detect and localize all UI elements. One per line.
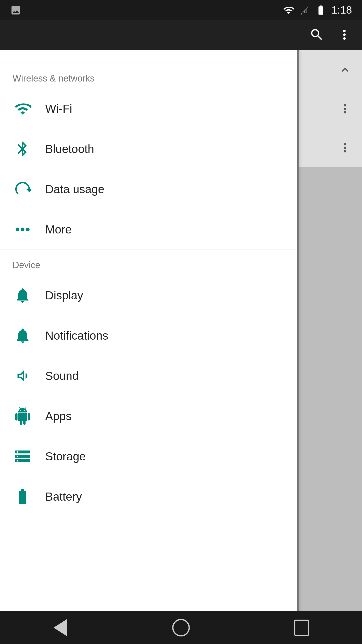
recent-button[interactable]: [287, 618, 317, 638]
back-button[interactable]: [45, 618, 75, 638]
more-vert-icon-3: [338, 141, 352, 155]
sidebar-item-storage[interactable]: Storage: [0, 436, 297, 476]
chevron-up-icon: [338, 63, 352, 77]
more-icon: [13, 219, 33, 239]
apps-icon: [13, 406, 33, 426]
battery-status-icon: [315, 5, 326, 16]
sidebar-item-apps[interactable]: Apps: [0, 396, 297, 436]
status-bar: 1:18: [0, 0, 362, 20]
search-button[interactable]: [309, 27, 324, 43]
more-vert-icon: [337, 27, 352, 42]
sidebar-item-apps-label: Apps: [45, 409, 72, 423]
right-row-3[interactable]: [299, 128, 362, 167]
status-time: 1:18: [331, 4, 352, 16]
sidebar-item-more[interactable]: More: [0, 209, 297, 250]
sidebar-item-bluetooth[interactable]: Bluetooth: [0, 129, 297, 169]
home-button[interactable]: [166, 618, 196, 638]
more-vert-icon-2: [338, 102, 352, 116]
sidebar-item-display[interactable]: Display: [0, 275, 297, 315]
sidebar-item-battery[interactable]: Battery: [0, 476, 297, 517]
sidebar-item-storage-label: Storage: [45, 450, 86, 463]
data-usage-icon: [13, 179, 33, 199]
back-icon: [54, 619, 67, 636]
sidebar-item-notifications-label: Notifications: [45, 329, 108, 342]
home-icon-nav: [172, 619, 190, 636]
bluetooth-icon: [13, 139, 33, 159]
sidebar-item-data-usage-label: Data usage: [45, 182, 104, 196]
header-actions: [309, 27, 352, 43]
sidebar-item-notifications[interactable]: Notifications: [0, 315, 297, 356]
recent-icon: [294, 620, 309, 636]
header-bar: [0, 20, 362, 50]
sidebar-item-bluetooth-label: Bluetooth: [45, 142, 94, 156]
photo-icon: [10, 5, 21, 16]
status-bar-right: 1:18: [283, 4, 352, 16]
search-icon: [309, 27, 324, 42]
sidebar-item-wifi-label: Wi-Fi: [45, 102, 72, 115]
sidebar-item-battery-label: Battery: [45, 490, 82, 503]
sound-icon: [13, 366, 33, 386]
wifi-status-icon: [283, 5, 294, 16]
right-row-2[interactable]: [299, 89, 362, 128]
svg-point-0: [16, 228, 19, 231]
settings-drawer: Home Wireless & networks Wi-Fi Bluetooth: [0, 20, 297, 644]
status-bar-left: [10, 5, 21, 16]
sidebar-item-sound[interactable]: Sound: [0, 356, 297, 396]
svg-point-1: [21, 228, 25, 231]
right-row-1[interactable]: [299, 50, 362, 89]
sidebar-item-wifi[interactable]: Wi-Fi: [0, 89, 297, 129]
section-wireless-header: Wireless & networks: [0, 63, 297, 89]
section-device-header: Device: [0, 250, 297, 275]
display-icon: [13, 285, 33, 305]
notifications-icon: [13, 326, 33, 346]
navigation-bar: [0, 611, 362, 644]
storage-icon: [13, 446, 33, 466]
more-options-button[interactable]: [337, 27, 352, 43]
sidebar-item-more-label: More: [45, 223, 72, 236]
svg-point-2: [26, 228, 30, 231]
sidebar-item-display-label: Display: [45, 289, 83, 302]
sidebar-item-data-usage[interactable]: Data usage: [0, 169, 297, 209]
wifi-icon: [13, 99, 33, 119]
signal-status-icon: [299, 5, 310, 16]
battery-icon: [13, 487, 33, 507]
sidebar-item-sound-label: Sound: [45, 369, 79, 383]
